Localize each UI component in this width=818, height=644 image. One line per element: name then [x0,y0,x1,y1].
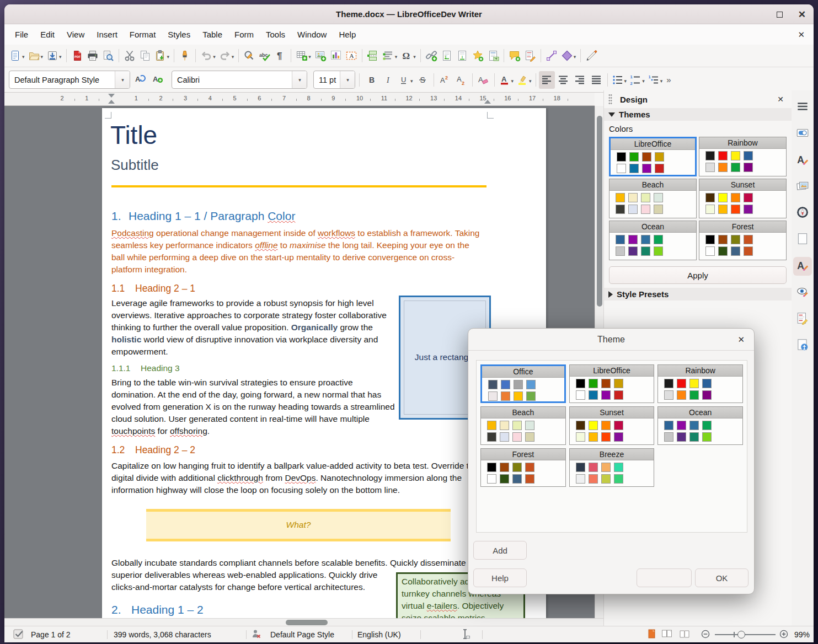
dropdown-caret-icon[interactable] [40,51,44,61]
dropdown-caret-icon[interactable] [413,51,416,61]
theme-set-libreoffice[interactable]: LibreOffice [609,137,697,176]
menu-view[interactable]: View [61,26,90,43]
sidebar-tab-manage-changes[interactable] [793,310,812,329]
theme-set-rainbow[interactable]: Rainbow [657,364,743,403]
horizontal-ruler[interactable]: 21123456789101112131415161718 [4,93,595,106]
multi-page-view-button[interactable] [661,626,673,643]
menu-help[interactable]: Help [333,26,362,43]
dropdown-caret-icon[interactable] [308,51,311,61]
dropdown-caret-icon[interactable] [167,51,170,61]
open-folder-button[interactable] [26,47,45,64]
toolbar-overflow-button[interactable]: » [666,75,671,84]
strikethrough-button[interactable]: S [415,71,431,89]
freeform-line-button[interactable] [584,47,599,64]
theme-set-ocean[interactable]: Ocean [657,406,743,445]
paragraph-style-dropdown-button[interactable] [115,71,130,88]
cross-reference-button[interactable] [485,47,501,64]
callout-box[interactable]: What? [146,509,451,541]
print-preview-button[interactable] [100,47,116,64]
sidebar-tab-accessibility-check[interactable] [793,336,812,355]
help-button[interactable]: Help [473,568,527,587]
undo-button[interactable] [199,47,217,64]
theme-set-beach[interactable]: Beach [480,406,566,445]
insert-footnote-button[interactable]: 1 [439,47,455,64]
italic-button[interactable]: I [380,71,396,89]
outline-list-button[interactable]: 1 [646,71,664,89]
menu-edit[interactable]: Edit [34,26,61,43]
menu-window[interactable]: Window [291,26,333,43]
book-view-button[interactable] [678,626,691,643]
sidebar-tab-sidebar-menu[interactable] [793,98,812,117]
font-name-combo[interactable]: Calibri [172,71,307,89]
theme-dialog-close-icon[interactable] [737,335,745,345]
font-size-dropdown-button[interactable] [340,71,355,88]
cancel-button[interactable] [637,568,692,587]
dropdown-caret-icon[interactable] [511,75,514,85]
insert-table-button[interactable] [294,47,313,64]
special-character-button[interactable]: Ω [399,47,418,64]
paragraph-style-combo[interactable]: Default Paragraph Style [9,71,130,89]
clone-formatting-button[interactable] [177,47,193,64]
insert-chart-button[interactable] [328,47,344,64]
menu-styles[interactable]: Styles [162,26,196,43]
sidebar-drag-handle[interactable] [608,94,612,105]
dropdown-caret-icon[interactable] [394,51,398,61]
superscript-button[interactable]: A2 [437,71,453,89]
formatting-marks-button[interactable]: ¶ [272,47,288,64]
redo-button[interactable] [217,47,236,64]
sidebar-tab-styles-tab[interactable]: A [793,151,812,170]
ok-button[interactable]: OK [695,568,749,587]
theme-set-forest[interactable]: Forest [699,221,787,260]
titlebar[interactable]: Theme.docx — LibreOfficeDev Writer [4,4,814,24]
dropdown-caret-icon[interactable] [528,75,532,85]
bullet-list-button[interactable] [611,71,628,89]
align-left-button[interactable] [539,71,555,89]
first-line-indent-marker[interactable] [108,94,115,98]
page-number-status[interactable]: Page 1 of 2 [31,626,71,643]
theme-set-office[interactable]: Office [480,364,566,403]
dropdown-caret-icon[interactable] [410,75,413,85]
insert-endnote-button[interactable]: i [455,47,470,64]
insert-bookmark-button[interactable] [470,47,485,64]
insert-textbox-button[interactable]: A [344,47,359,64]
dropdown-caret-icon[interactable] [641,75,645,85]
clear-formatting-button[interactable]: A [475,71,491,89]
document-modified-icon[interactable] [12,626,24,643]
menu-file[interactable]: File [9,26,34,43]
dropdown-caret-icon[interactable] [624,75,627,85]
theme-set-ocean[interactable]: Ocean [609,221,697,260]
themes-section-header[interactable]: Themes [604,108,792,121]
copy-button[interactable] [137,47,153,64]
add-button[interactable]: Add [473,541,527,560]
theme-set-sunset[interactable]: Sunset [699,179,787,218]
paste-button[interactable] [153,47,172,64]
align-center-button[interactable] [555,71,571,89]
basic-shapes-button[interactable] [559,47,578,64]
left-indent-marker[interactable] [108,100,115,104]
word-count-status[interactable]: 399 words, 3,068 characters [114,626,211,643]
insert-mode-icon[interactable] [459,626,471,643]
page-style-status[interactable]: Default Page Style [270,626,334,643]
theme-set-beach[interactable]: Beach [609,179,697,218]
menu-tools[interactable]: Tools [260,26,291,43]
insert-line-button[interactable] [544,47,559,64]
align-right-button[interactable] [572,71,588,89]
numbered-list-button[interactable]: 12 [628,71,646,89]
track-changes-button[interactable] [522,47,538,64]
zoom-in-button[interactable] [779,626,789,643]
insert-comment-button[interactable] [507,47,522,64]
theme-set-sunset[interactable]: Sunset [569,406,655,445]
single-page-view-button[interactable] [645,626,657,643]
theme-set-libreoffice[interactable]: LibreOffice [569,364,655,403]
insert-image-button[interactable] [313,47,328,64]
sidebar-tab-gallery[interactable] [793,178,812,196]
sidebar-tab-style-inspector[interactable] [793,283,812,302]
theme-set-forest[interactable]: Forest [480,448,566,487]
maximize-button[interactable] [777,12,783,18]
subscript-button[interactable]: A2 [453,71,469,89]
theme-set-breeze[interactable]: Breeze [569,448,655,487]
menu-form[interactable]: Form [228,26,260,43]
style-presets-section-header[interactable]: Style Presets [604,288,792,300]
dropdown-caret-icon[interactable] [22,51,25,61]
update-style-button[interactable]: A [132,71,148,89]
